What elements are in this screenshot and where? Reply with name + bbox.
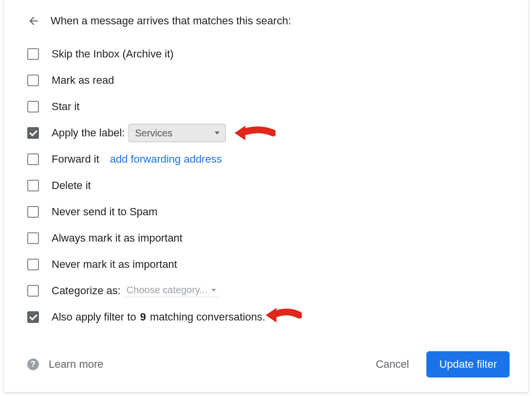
checkbox-always-important[interactable] (27, 232, 39, 244)
annotation-arrow-icon (263, 303, 302, 327)
option-forward-it: Forward it add forwarding address (27, 149, 505, 170)
option-delete-it: Delete it (27, 175, 505, 196)
label-also-apply: Also apply filter to 9 matching conversa… (52, 311, 265, 323)
label-mark-read: Mark as read (52, 74, 114, 87)
learn-more-link[interactable]: Learn more (49, 358, 104, 371)
also-apply-suffix: matching conversations. (150, 311, 265, 323)
caret-down-icon (215, 132, 220, 134)
option-never-spam: Never send it to Spam (27, 202, 505, 222)
label-star-it: Star it (52, 100, 79, 113)
dialog-footer: ? Learn more Cancel Update filter (27, 351, 510, 377)
filter-actions-dialog: When a message arrives that matches this… (4, 0, 528, 392)
annotation-arrow-icon (232, 121, 275, 145)
label-always-important: Always mark it as important (52, 232, 183, 245)
option-never-important: Never mark it as important (27, 254, 505, 275)
forward-it-text: Forward it (52, 153, 99, 166)
label-forward-it: Forward it add forwarding address (52, 153, 222, 166)
option-categorize: Categorize as: Choose category... (27, 281, 505, 301)
checkbox-forward-it[interactable] (27, 153, 39, 165)
checkbox-apply-label[interactable] (27, 127, 39, 139)
option-always-important: Always mark it as important (27, 228, 505, 248)
category-select-dropdown[interactable]: Choose category... (125, 284, 218, 297)
checkbox-mark-read[interactable] (27, 75, 39, 86)
label-apply-label: Apply the label: Services (52, 124, 226, 142)
apply-label-text: Apply the label: (52, 127, 125, 139)
caret-down-icon (211, 289, 216, 292)
label-categorize: Categorize as: Choose category... (52, 284, 218, 297)
label-delete-it: Delete it (52, 179, 91, 192)
label-select-dropdown[interactable]: Services (128, 124, 226, 142)
category-select-value: Choose category... (127, 284, 207, 296)
add-forwarding-link[interactable]: add forwarding address (110, 153, 222, 166)
checkbox-never-spam[interactable] (27, 206, 39, 218)
dialog-header: When a message arrives that matches this… (27, 15, 505, 27)
checkbox-categorize[interactable] (27, 285, 39, 297)
checkbox-skip-inbox[interactable] (27, 48, 39, 60)
label-never-important: Never mark it as important (52, 258, 177, 271)
back-arrow-icon[interactable] (27, 15, 40, 27)
option-star-it: Star it (27, 96, 505, 117)
label-never-spam: Never send it to Spam (52, 206, 158, 218)
option-also-apply: Also apply filter to 9 matching conversa… (27, 307, 505, 327)
checkbox-star-it[interactable] (27, 101, 39, 113)
label-skip-inbox: Skip the Inbox (Archive it) (52, 48, 174, 60)
option-apply-label: Apply the label: Services (27, 123, 505, 143)
option-mark-read: Mark as read (27, 70, 505, 91)
cancel-button[interactable]: Cancel (368, 353, 417, 376)
also-apply-count: 9 (140, 311, 146, 323)
checkbox-delete-it[interactable] (27, 180, 39, 191)
categorize-text: Categorize as: (52, 284, 121, 297)
option-skip-inbox: Skip the Inbox (Archive it) (27, 44, 505, 64)
update-filter-button[interactable]: Update filter (426, 351, 510, 377)
label-select-value: Services (135, 128, 172, 139)
checkbox-never-important[interactable] (27, 259, 39, 270)
also-apply-prefix: Also apply filter to (52, 311, 136, 323)
checkbox-also-apply[interactable] (27, 311, 39, 323)
dialog-title: When a message arrives that matches this… (51, 15, 291, 27)
help-icon[interactable]: ? (27, 358, 39, 370)
